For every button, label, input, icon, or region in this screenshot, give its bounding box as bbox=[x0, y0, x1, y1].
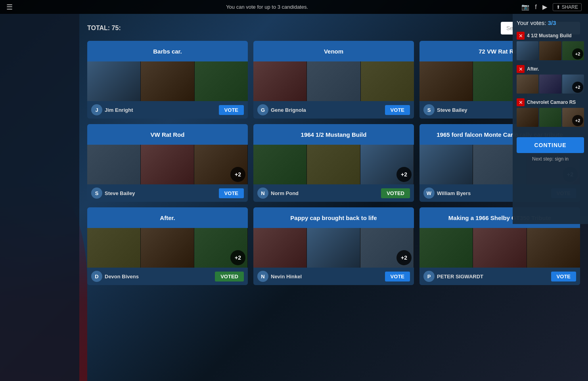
card-img-3 bbox=[361, 61, 414, 101]
vote-button[interactable]: VOTE bbox=[219, 105, 244, 115]
card-title: VW Rat Rod bbox=[87, 124, 248, 145]
total-count: TOTAL: 75: bbox=[87, 25, 121, 32]
card-author: Gene Brignola bbox=[271, 107, 383, 113]
vote-thumb-2 bbox=[539, 108, 561, 127]
share-label: SHARE bbox=[562, 4, 578, 10]
vote-button[interactable]: VOTE bbox=[385, 105, 410, 115]
card-img-1 bbox=[87, 61, 141, 101]
plus-badge: +2 bbox=[230, 250, 245, 265]
card-footer: P PETER SIGWARDT VOTE bbox=[419, 268, 580, 285]
vote-thumb-1 bbox=[517, 75, 538, 94]
card-img-2 bbox=[141, 228, 194, 268]
card-footer: N Nevin Hinkel VOTE bbox=[253, 268, 414, 285]
vote-thumb-row: +2 bbox=[517, 108, 584, 127]
card-author: Jim Enright bbox=[105, 107, 216, 113]
card-img-2 bbox=[473, 228, 527, 268]
plus-badge: +2 bbox=[396, 250, 412, 265]
card-img-2 bbox=[141, 145, 194, 184]
card-c1: Barbs car. J Jim Enright VOTE bbox=[87, 41, 248, 119]
remove-vote-button[interactable]: ✕ bbox=[517, 98, 525, 106]
facebook-icon[interactable]: f bbox=[535, 4, 536, 11]
votes-panel: Your votes: 3/3 ✕ 4 1/2 Mustang Build +2… bbox=[513, 14, 588, 224]
vote-thumb-row: +2 bbox=[517, 75, 584, 94]
vote-button[interactable]: VOTED bbox=[381, 188, 410, 198]
card-img-2 bbox=[307, 228, 360, 268]
vote-thumb-1 bbox=[517, 108, 538, 127]
topbar: ☰ You can vote for up to 3 candidates. 📷… bbox=[0, 0, 588, 14]
vote-button[interactable]: VOTED bbox=[215, 272, 244, 281]
card-title: Barbs car. bbox=[87, 41, 248, 61]
card-author: PETER SIGWARDT bbox=[437, 274, 549, 280]
vote-button[interactable]: VOTE bbox=[385, 272, 410, 281]
vote-plus-badge: +2 bbox=[572, 82, 583, 93]
vote-button[interactable]: VOTE bbox=[551, 272, 576, 281]
continue-button[interactable]: CONTINUE bbox=[517, 137, 584, 153]
card-images: +2 bbox=[87, 228, 248, 268]
hamburger-icon[interactable]: ☰ bbox=[6, 3, 13, 11]
card-img-1 bbox=[87, 228, 141, 268]
card-c4: VW Rat Rod +2 S Steve Bailey VOTE bbox=[87, 124, 248, 202]
card-images: +2 bbox=[87, 145, 248, 184]
vote-thumb-2 bbox=[539, 75, 561, 94]
remove-vote-button[interactable]: ✕ bbox=[517, 65, 525, 73]
plus-badge: +2 bbox=[230, 167, 245, 182]
card-author: Nevin Hinkel bbox=[271, 274, 383, 280]
vote-entry-header: ✕ 4 1/2 Mustang Build bbox=[517, 32, 584, 40]
vote-button[interactable]: VOTE bbox=[219, 188, 244, 198]
vote-entry-header: ✕ After. bbox=[517, 65, 584, 73]
card-img-1 bbox=[419, 228, 473, 268]
card-footer: J Jim Enright VOTE bbox=[87, 101, 248, 119]
card-img-2 bbox=[307, 145, 360, 184]
vote-plus-badge: +2 bbox=[572, 115, 583, 126]
votes-count: 3/3 bbox=[548, 19, 556, 26]
avatar: S bbox=[423, 104, 435, 115]
plus-badge: +2 bbox=[396, 167, 412, 182]
vote-thumb-2 bbox=[539, 41, 561, 60]
card-title: Venom bbox=[253, 41, 414, 61]
card-author: Steve Bailey bbox=[105, 190, 216, 196]
share-button[interactable]: ⬆ SHARE bbox=[553, 3, 582, 11]
content-area: TOTAL: 75: Barbs car. J Jim Enright VOTE… bbox=[0, 18, 588, 381]
card-footer: S Steve Bailey VOTE bbox=[87, 184, 248, 202]
share-icon: ⬆ bbox=[556, 4, 560, 10]
vote-thumb-row: +2 bbox=[517, 41, 584, 60]
avatar: G bbox=[257, 104, 268, 115]
card-images: +2 bbox=[253, 228, 414, 268]
card-footer: G Gene Brignola VOTE bbox=[253, 101, 414, 119]
vote-entry-name: Chevrolet Camaro RS bbox=[527, 100, 576, 105]
avatar: N bbox=[257, 188, 268, 199]
card-footer: D Devon Bivens VOTED bbox=[87, 268, 248, 285]
vote-entry-name: 4 1/2 Mustang Build bbox=[527, 33, 572, 38]
card-img-2 bbox=[307, 61, 360, 101]
avatar: S bbox=[91, 188, 102, 199]
header-bar: TOTAL: 75: bbox=[87, 22, 580, 34]
avatar: W bbox=[423, 188, 435, 199]
instagram-icon[interactable]: 📷 bbox=[521, 3, 529, 11]
card-img-1 bbox=[253, 228, 307, 268]
cards-grid: Barbs car. J Jim Enright VOTE Venom G Ge… bbox=[87, 41, 580, 285]
vote-entry-v3: ✕ Chevrolet Camaro RS +2 bbox=[517, 98, 584, 127]
card-images: +2 bbox=[253, 145, 414, 184]
vote-entry-v2: ✕ After. +2 bbox=[517, 65, 584, 94]
card-img-3 bbox=[527, 228, 580, 268]
vote-entry-v1: ✕ 4 1/2 Mustang Build +2 bbox=[517, 32, 584, 60]
vote-plus-badge: +2 bbox=[572, 48, 583, 59]
card-img-2 bbox=[141, 61, 194, 101]
card-c8: Pappy cap brought back to life +2 N Nevi… bbox=[253, 207, 414, 285]
avatar: D bbox=[91, 271, 102, 282]
card-images bbox=[87, 61, 248, 101]
youtube-icon[interactable]: ▶ bbox=[542, 3, 547, 11]
next-step-label: Next step: sign in bbox=[517, 156, 584, 162]
remove-vote-button[interactable]: ✕ bbox=[517, 32, 525, 40]
main-wrapper: TOTAL: 75: Barbs car. J Jim Enright VOTE… bbox=[0, 0, 588, 381]
card-images bbox=[419, 228, 580, 268]
card-img-3 bbox=[195, 61, 248, 101]
card-img-1 bbox=[419, 61, 473, 101]
card-img-1 bbox=[253, 145, 307, 184]
card-images bbox=[253, 61, 414, 101]
vote-entries-container: ✕ 4 1/2 Mustang Build +2 ✕ After. +2 ✕ C… bbox=[517, 32, 584, 127]
card-img-1 bbox=[87, 145, 141, 184]
card-title: 1964 1/2 Mustang Build bbox=[253, 124, 414, 145]
topbar-right: 📷 f ▶ ⬆ SHARE bbox=[521, 3, 582, 11]
card-c7: After. +2 D Devon Bivens VOTED bbox=[87, 207, 248, 285]
